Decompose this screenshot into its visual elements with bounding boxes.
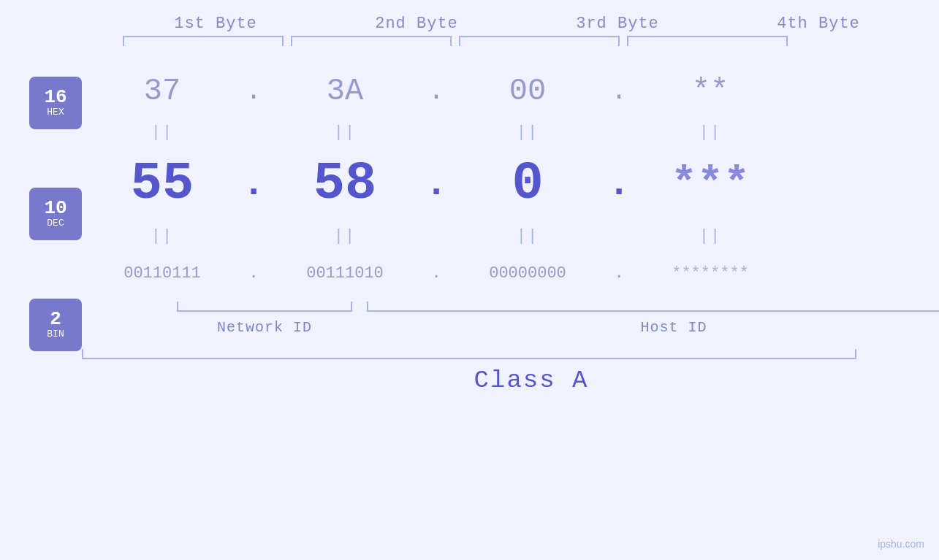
bin-value-2: 00111010: [306, 264, 384, 283]
host-bracket: [367, 302, 939, 312]
eq-7: ||: [447, 227, 608, 245]
badges-column: 16 HEX 10 DEC 2 BIN: [0, 77, 82, 351]
dec-cell-4: ***: [630, 159, 791, 209]
network-id-label: Network ID: [177, 319, 352, 336]
hex-badge-num: 16: [44, 88, 66, 107]
dec-badge-num: 10: [44, 199, 66, 218]
hex-value-2: 3A: [327, 74, 363, 109]
top-bracket-row: [115, 36, 919, 49]
hex-row: 37 . 3A . 00 . **: [82, 62, 886, 120]
hex-dot-icon-3: .: [611, 77, 627, 107]
bottom-section: Network ID Host ID: [177, 302, 939, 336]
top-bracket-3: [459, 36, 620, 46]
hex-dot-1: .: [243, 77, 265, 107]
dec-cell-3: 0: [447, 154, 608, 214]
hex-cell-4: **: [630, 74, 791, 109]
bin-row: 00110111 . 00111010 . 00000000 .: [82, 248, 886, 299]
watermark: ipshu.com: [878, 538, 924, 550]
bin-cell-4: ********: [630, 264, 791, 283]
eq-2: ||: [265, 123, 425, 142]
class-bracket: [82, 349, 856, 359]
hex-value-3: 00: [509, 74, 546, 109]
dec-value-3: 0: [512, 154, 543, 214]
bottom-brackets: [177, 302, 939, 315]
bin-cell-2: 00111010: [265, 264, 425, 283]
bin-badge-num: 2: [50, 310, 61, 329]
eq-3: ||: [447, 123, 608, 142]
byte-labels-row: 1st Byte 2nd Byte 3rd Byte 4th Byte: [115, 15, 919, 33]
dec-dot-icon-3: .: [607, 163, 630, 206]
bin-dot-2: .: [425, 264, 447, 283]
hex-dot-icon-2: .: [428, 77, 444, 107]
byte-label-1: 1st Byte: [135, 15, 296, 33]
host-id-label: Host ID: [367, 319, 939, 336]
bin-badge-label: BIN: [47, 329, 64, 340]
top-bracket-2: [291, 36, 452, 46]
dec-cell-2: 58: [265, 154, 425, 214]
eq-8: ||: [630, 227, 791, 245]
eq-row-1: || || || ||: [82, 120, 886, 144]
dec-cell-1: 55: [82, 154, 243, 214]
eq-row-2: || || || ||: [82, 224, 886, 248]
dec-value-4: ***: [671, 159, 750, 209]
class-label: Class A: [82, 367, 939, 394]
dec-dot-2: .: [425, 163, 447, 206]
hex-dot-2: .: [425, 77, 447, 107]
bin-value-1: 00110111: [123, 264, 201, 283]
dec-badge-label: DEC: [47, 218, 64, 229]
content-column: 37 . 3A . 00 . **: [82, 55, 939, 394]
bin-dot-icon-3: .: [614, 264, 623, 283]
dec-dot-1: .: [243, 163, 265, 206]
eq-6: ||: [265, 227, 425, 245]
top-bracket-1: [123, 36, 284, 46]
eq-4: ||: [630, 123, 791, 142]
byte-label-3: 3rd Byte: [537, 15, 698, 33]
bin-dot-icon-1: .: [248, 264, 258, 283]
hex-dot-3: .: [608, 77, 630, 107]
bin-value-4: ********: [672, 264, 749, 283]
bin-dot-1: .: [243, 264, 265, 283]
hex-dot-icon-1: .: [246, 77, 262, 107]
main-container: 1st Byte 2nd Byte 3rd Byte 4th Byte 16 H…: [0, 0, 939, 560]
byte-label-2: 2nd Byte: [336, 15, 497, 33]
bin-badge: 2 BIN: [29, 299, 82, 351]
eq-1: ||: [82, 123, 243, 142]
top-bracket-4: [627, 36, 788, 46]
dec-dot-3: .: [608, 163, 630, 206]
dec-value-2: 58: [313, 154, 376, 214]
hex-value-4: **: [692, 74, 729, 109]
hex-cell-3: 00: [447, 74, 608, 109]
bin-value-3: 00000000: [489, 264, 566, 283]
bin-dot-3: .: [608, 264, 630, 283]
byte-label-4: 4th Byte: [738, 15, 899, 33]
main-area: 16 HEX 10 DEC 2 BIN 37 .: [0, 55, 939, 560]
dec-badge: 10 DEC: [29, 188, 82, 240]
hex-cell-1: 37: [82, 74, 243, 109]
hex-badge: 16 HEX: [29, 77, 82, 129]
hex-badge-label: HEX: [47, 107, 64, 118]
bin-cell-1: 00110111: [82, 264, 243, 283]
eq-5: ||: [82, 227, 243, 245]
bottom-labels: Network ID Host ID: [177, 319, 939, 336]
hex-cell-2: 3A: [265, 74, 425, 109]
hex-value-1: 37: [144, 74, 180, 109]
network-bracket: [177, 302, 352, 312]
dec-row: 55 . 58 . 0 . ***: [82, 144, 886, 224]
dec-value-1: 55: [131, 154, 194, 214]
bin-dot-icon-2: .: [431, 264, 441, 283]
bin-cell-3: 00000000: [447, 264, 608, 283]
dec-dot-icon-2: .: [425, 163, 447, 206]
dec-dot-icon-1: .: [242, 163, 265, 206]
